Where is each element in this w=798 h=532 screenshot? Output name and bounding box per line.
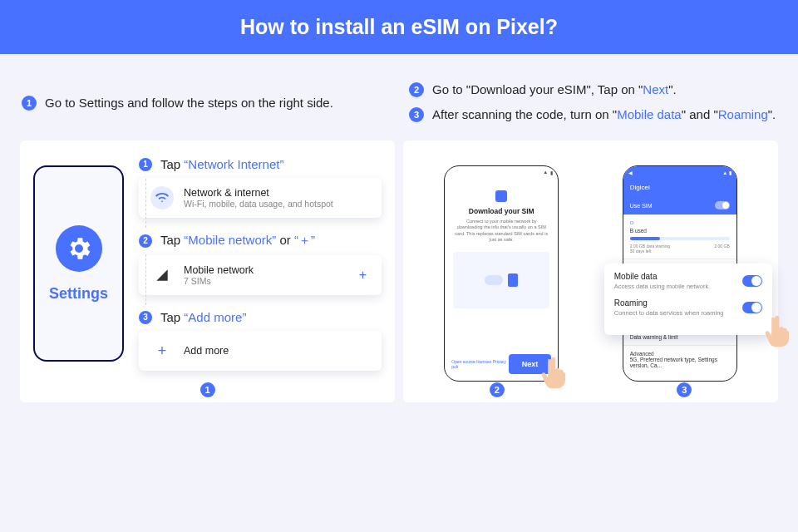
panel-right: ▲▮ Download your SIM Connect to your mob… [403,140,778,402]
card-subtitle: Wi-Fi, mobile, data usage, and hotspot [184,199,333,209]
row-title: Roaming [614,298,724,308]
t: B used [630,228,647,234]
hl: “Mobile network” [184,233,276,247]
data-usage-section: O B used 2.00 GB data warning2.00 GB 30 … [623,214,736,259]
t: ". [668,82,677,96]
step-number: 2 [409,82,424,97]
intro-text: Go to "Download your eSIM", Tap on "Next… [432,82,677,96]
toggle-on-icon[interactable] [742,302,762,313]
intro-bullet-1: 1 Go to Settings and follow the steps on… [22,96,389,111]
page-title: How to install an eSIM on Pixel? [0,15,798,39]
page: How to install an eSIM on Pixel? 1 Go to… [0,0,798,532]
intro-text: Go to Settings and follow the steps on t… [45,96,333,110]
phone-sim-settings: ◀▲ ▮ Digicel Use SIM O B used 2.00 GB da… [623,165,737,382]
step-number: 1 [139,158,152,171]
status-bar: ▲▮ [445,166,558,179]
simcard-icon [508,273,518,287]
t: 30 days left [630,249,652,254]
intro-left: 1 Go to Settings and follow the steps on… [22,72,389,132]
download-illustration [453,252,549,308]
intro-text: After scanning the code, turn on "Mobile… [432,107,776,121]
step-number: 2 [139,234,152,248]
t: Tap [160,233,184,247]
plus-icon: + [150,339,174,362]
row-sub: Connect to data services when roaming [614,309,724,317]
card-subtitle: 7 SIMs [184,276,254,286]
intro-bullet-3: 3 After scanning the code, turn on "Mobi… [409,107,776,122]
footer-links[interactable]: Open source licenses Privacy poli [451,359,508,369]
row-title: Advanced [630,351,730,357]
settings-phone: Settings [33,165,124,362]
intro-right: 2 Go to "Download your eSIM", Tap on "Ne… [409,72,776,132]
t: or [276,233,294,247]
t: Go to "Download your eSIM", Tap on " [432,82,643,96]
t: 2.00 GB [714,244,729,249]
highlight-next: Next [643,82,668,96]
sim-icon [495,190,507,202]
step-text: Tap “Mobile network” or “＋” [160,233,315,249]
step-number: 1 [22,96,37,111]
hl: “Add more” [184,310,246,324]
status-bar: ◀▲ ▮ [623,166,736,179]
network-internet-card[interactable]: Network & internet Wi-Fi, mobile, data u… [139,178,382,218]
carrier-title: Digicel [623,179,736,196]
intro-bullet-2: 2 Go to "Download your eSIM", Tap on "Ne… [409,82,776,97]
add-more-card[interactable]: + Add more [139,331,382,371]
wifi-icon [150,186,174,209]
signal-icon [150,264,174,287]
use-sim-row[interactable]: Use SIM [623,196,736,214]
card-title: Mobile network [184,264,254,276]
download-paragraph: Connect to your mobile network by downlo… [455,219,548,244]
hero-banner: How to install an eSIM on Pixel? [0,0,798,54]
mobile-network-card[interactable]: Mobile network 7 SIMs + [139,255,382,295]
t: After scanning the code, turn on " [432,107,617,121]
highlight-roaming: Roaming [718,107,768,121]
step-number: 3 [409,107,424,122]
gear-icon [56,225,102,272]
mobile-data-row[interactable]: Mobile data Access data using mobile net… [614,272,762,290]
substep-3: 3 Tap “Add more” + Add more [139,310,382,371]
step-text: Tap “Add more” [160,310,246,324]
toggle-overlay-card: Mobile data Access data using mobile net… [604,264,772,335]
step-number: 3 [139,311,152,324]
advanced-row[interactable]: Advanced 5G, Preferred network type, Set… [623,345,736,373]
usage-bar [630,237,730,240]
substep-1: 1 Tap “Network Internet” Network & inter… [139,157,382,218]
connector-line [145,254,146,305]
intro-row: 1 Go to Settings and follow the steps on… [0,54,798,132]
row-sub: Access data using mobile network [614,283,708,290]
panel-left: Settings 1 Tap “Network Internet” [20,140,395,402]
card-title: Network & internet [184,187,333,199]
hl: “＋” [294,233,315,247]
t: Tap [160,310,184,324]
step-text: Tap “Network Internet” [160,157,283,171]
roaming-row[interactable]: Roaming Connect to data services when ro… [614,298,762,317]
plus-icon[interactable]: + [356,268,370,283]
hl: “Network Internet” [184,157,283,171]
row-sub: 5G, Preferred network type, Settings ver… [630,357,730,368]
t: Tap [160,157,184,171]
cloud-icon [485,275,503,285]
t: O [630,220,634,225]
download-heading: Download your SIM [453,207,549,215]
toggle-on-icon[interactable] [715,201,730,209]
toggle-on-icon[interactable] [742,275,762,287]
substep-2: 2 Tap “Mobile network” or “＋” Mobile net… [139,233,382,295]
panel-badge-1: 1 [200,382,215,397]
use-sim-label: Use SIM [630,203,653,209]
connector-line [145,179,146,228]
settings-label: Settings [49,285,108,303]
phone-download-sim: ▲▮ Download your SIM Connect to your mob… [444,165,559,382]
steps-column: 1 Tap “Network Internet” Network & inter… [139,157,382,386]
row-title: Data warning & limit [630,334,730,340]
t: Digicel [630,184,650,191]
highlight-mobile-data: Mobile data [617,107,682,121]
pointer-hand-icon [762,315,791,348]
next-button[interactable]: Next [509,354,552,374]
panel-badge-3: 3 [677,382,692,397]
panels-row: Settings 1 Tap “Network Internet” [0,132,798,422]
t: ". [768,107,776,121]
panel-badge-2: 2 [490,382,505,397]
t: " and " [682,107,718,121]
card-title: Add more [184,345,229,357]
